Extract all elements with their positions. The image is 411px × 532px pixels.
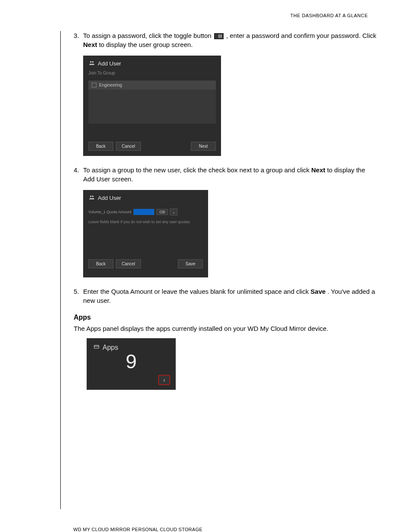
svg-point-2 [90, 196, 92, 197]
add-user-dialog-groups: Add User Join To Group Engineering Back … [83, 56, 221, 156]
save-button[interactable]: Save [178, 259, 203, 268]
apps-tile-label: Apps [103, 344, 118, 352]
content-column: 3. To assign a password, click the toggl… [60, 31, 377, 509]
step-4: 4. To assign a group to the new user, cl… [74, 165, 377, 184]
step-text: To assign a group to the new user, click… [83, 166, 311, 174]
step-text: To assign a password, click the toggle b… [83, 32, 213, 39]
dialog-title: Add User [83, 190, 208, 205]
dialog-subtitle: Join To Group [83, 71, 221, 79]
toggle-icon [214, 33, 224, 39]
svg-point-3 [92, 196, 94, 197]
add-user-dialog-quota: Add User Volume_1 Quota Amount GB ⌄ Leav… [83, 190, 208, 277]
page-footer: WD MY CLOUD MIRROR PERSONAL CLOUD STORAG… [0, 526, 411, 532]
step-text: Enter the Quota Amount or leave the valu… [83, 288, 311, 295]
checkbox-icon[interactable] [92, 83, 97, 87]
step-body: To assign a password, click the toggle b… [83, 31, 377, 49]
group-name: Engineering [99, 83, 122, 87]
step-number: 4. [74, 165, 83, 184]
quota-row: Volume_1 Quota Amount GB ⌄ [83, 205, 208, 218]
dialog-title-text: Add User [98, 60, 121, 67]
next-button[interactable]: Next [191, 142, 216, 151]
users-icon [88, 60, 95, 67]
group-list: Engineering [88, 81, 216, 124]
step-bold: Next [83, 41, 97, 48]
chevron-right-icon[interactable]: › [158, 375, 170, 385]
step-bold: Save [311, 288, 326, 295]
step-number: 3. [74, 31, 83, 49]
chevron-down-icon[interactable]: ⌄ [170, 208, 177, 215]
step-number: 5. [74, 287, 83, 305]
users-icon [88, 194, 95, 202]
dialog-title: Add User [83, 56, 221, 71]
apps-body: The Apps panel displays the apps current… [74, 324, 377, 333]
back-button[interactable]: Back [88, 259, 113, 268]
cancel-button[interactable]: Cancel [116, 142, 141, 151]
group-item[interactable]: Engineering [88, 81, 216, 90]
step-text: , enter a password and confirm your pass… [226, 32, 376, 39]
apps-count: 9 [87, 350, 175, 373]
dialog-buttons: Back Cancel Save [83, 255, 208, 273]
step-bold: Next [311, 166, 325, 174]
apps-heading: Apps [74, 314, 377, 321]
dialog-title-text: Add User [98, 195, 121, 201]
quota-hint: Leave fields blank if you do not wish to… [83, 218, 208, 226]
footer-title: WD MY CLOUD MIRROR PERSONAL CLOUD STORAG… [73, 526, 202, 532]
page-header: THE DASHBOARD AT A GLANCE [34, 13, 368, 18]
quota-input[interactable] [133, 208, 155, 215]
step-body: Enter the Quota Amount or leave the valu… [83, 287, 377, 305]
svg-rect-4 [94, 345, 99, 348]
apps-tile: Apps 9 › [87, 338, 176, 390]
quota-unit: GB [156, 209, 168, 215]
step-3: 3. To assign a password, click the toggl… [74, 31, 377, 49]
back-button[interactable]: Back [88, 142, 113, 151]
step-text: to display the user group screen. [99, 41, 193, 48]
quota-label: Volume_1 Quota Amount [88, 210, 131, 214]
dialog-buttons: Back Cancel Next [83, 137, 221, 155]
cancel-button[interactable]: Cancel [116, 259, 141, 268]
step-5: 5. Enter the Quota Amount or leave the v… [74, 287, 377, 305]
svg-point-0 [90, 61, 92, 63]
svg-point-1 [92, 61, 94, 63]
step-body: To assign a group to the new user, click… [83, 165, 377, 184]
apps-icon [93, 344, 100, 352]
